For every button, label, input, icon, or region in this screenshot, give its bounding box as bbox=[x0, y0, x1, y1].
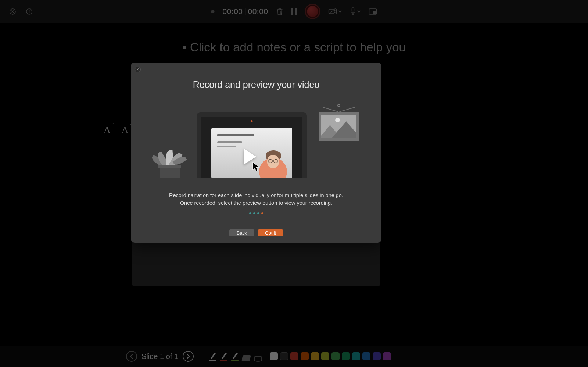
got-it-button[interactable]: Got it bbox=[258, 229, 283, 236]
back-button[interactable]: Back bbox=[229, 229, 254, 236]
step-dot-2[interactable] bbox=[257, 212, 259, 214]
recording-studio-app: 00:00|00:00 • Click to add notes or a sc… bbox=[0, 0, 588, 367]
modal-illustration bbox=[153, 112, 359, 178]
modal-title: Record and preview your video bbox=[193, 79, 320, 90]
wall-picture-illustration bbox=[319, 108, 359, 143]
onboarding-modal: ✕ Record and preview your video bbox=[131, 63, 381, 243]
cursor-icon bbox=[252, 162, 261, 171]
laptop-illustration bbox=[197, 112, 307, 178]
modal-close-button[interactable]: ✕ bbox=[135, 67, 141, 72]
step-indicator bbox=[249, 212, 263, 214]
step-dot-0[interactable] bbox=[249, 212, 251, 214]
plant-illustration bbox=[153, 134, 186, 178]
modal-description: Record narration for each slide individu… bbox=[169, 192, 343, 207]
step-dot-1[interactable] bbox=[253, 212, 255, 214]
modal-actions: Back Got it bbox=[229, 229, 283, 236]
step-dot-3[interactable] bbox=[261, 212, 263, 214]
